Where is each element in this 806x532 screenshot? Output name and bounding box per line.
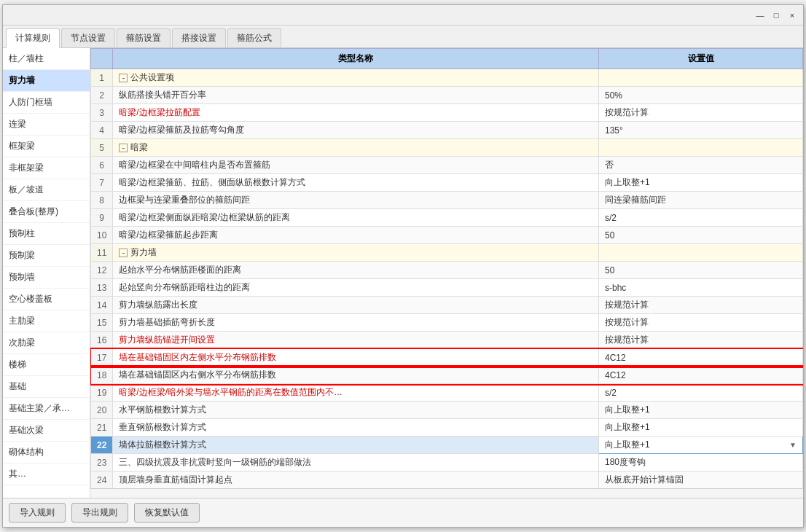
sidebar-item-13[interactable]: 次肋梁 (3, 332, 90, 354)
row-value-4: 135° (599, 122, 803, 139)
row-value-5 (599, 139, 803, 157)
table-container: 类型名称 设置值 1-公共设置项2纵筋搭接头错开百分率50%3暗梁/边框梁拉筋配… (90, 48, 803, 488)
maximize-button[interactable]: □ (771, 10, 781, 20)
sidebar-item-10[interactable]: 预制墙 (3, 267, 90, 289)
sidebar-item-7[interactable]: 叠合板(整厚) (3, 201, 90, 223)
row-value-20: 向上取整+1 (599, 402, 803, 419)
table-row-13: 13起始竖向分布钢筋距暗柱边的距离s-bhc (91, 279, 803, 297)
table-row-10: 10暗梁/边框梁箍筋起步距离50 (91, 227, 803, 244)
row-name-6[interactable]: 暗梁/边框梁在中间暗柱内是否布置箍筋 (113, 157, 599, 174)
action-bar: 导入规则导出规则恢复默认值 (3, 498, 803, 527)
sidebar-item-17[interactable]: 基础次梁 (3, 420, 90, 442)
sidebar-item-9[interactable]: 预制梁 (3, 245, 90, 267)
row-name-12[interactable]: 起始水平分布钢筋距楼面的距离 (113, 262, 599, 279)
table-row-16: 16剪力墙纵筋锚进开间设置按规范计算 (91, 332, 803, 349)
sidebar-item-4[interactable]: 框架梁 (3, 136, 90, 157)
table-row-5: 5-暗梁 (91, 139, 803, 157)
action-button-0[interactable]: 导入规则 (9, 503, 66, 523)
table-row-4: 4暗梁/边框梁箍筋及拉筋弯勾角度135° (91, 122, 803, 139)
row-num-10: 10 (91, 227, 113, 244)
row-num-6: 6 (91, 157, 113, 174)
row-num-9: 9 (91, 209, 113, 227)
row-num-2: 2 (91, 87, 113, 104)
row-name-20[interactable]: 水平钢筋根数计算方式 (113, 402, 599, 419)
table-row-15: 15剪力墙基础插筋弯折长度按规范计算 (91, 314, 803, 332)
window-controls: — □ × (755, 10, 797, 20)
table-row-21: 21垂直钢筋根数计算方式向上取整+1 (91, 419, 803, 437)
row-num-3: 3 (91, 104, 113, 122)
sidebar-item-1[interactable]: 剪力墙← (3, 70, 90, 92)
row-value-11 (599, 244, 803, 262)
row-name-5: -暗梁 (113, 139, 599, 157)
action-button-2[interactable]: 恢复默认值 (134, 503, 200, 523)
sidebar-item-15[interactable]: 基础 (3, 376, 90, 398)
row-value-24: 从板底开始计算锚固 (599, 472, 803, 489)
row-name-23[interactable]: 三、四级抗震及非抗震时竖向一级钢筋的端部做法 (113, 454, 599, 472)
row-name-8[interactable]: 边框梁与连梁重叠部位的箍筋间距 (113, 192, 599, 209)
sidebar-item-6[interactable]: 板／坡道 (3, 179, 90, 201)
table-row-14: 14剪力墙纵筋露出长度按规范计算 (91, 297, 803, 314)
row-name-17[interactable]: 墙在基础锚固区内左侧水平分布钢筋排数 (113, 349, 599, 367)
row-value-13: s-bhc (599, 279, 803, 297)
row-num-14: 14 (91, 297, 113, 314)
row-name-22[interactable]: 墙体拉筋根数计算方式 (113, 437, 599, 454)
sidebar-item-5[interactable]: 非框架梁 (3, 157, 90, 179)
sidebar-item-12[interactable]: 主肋梁 (3, 310, 90, 332)
table-row-11: 11-剪力墙 (91, 244, 803, 262)
row-num-23: 23 (91, 454, 113, 472)
main-content: 类型名称 设置值 1-公共设置项2纵筋搭接头错开百分率50%3暗梁/边框梁拉筋配… (90, 48, 803, 498)
row-value-15: 按规范计算 (599, 314, 803, 332)
close-button[interactable]: × (787, 10, 797, 20)
col-name-header: 类型名称 (113, 49, 599, 69)
row-name-7[interactable]: 暗梁/边框梁箍筋、拉筋、侧面纵筋根数计算方式 (113, 174, 599, 192)
row-name-2[interactable]: 纵筋搭接头错开百分率 (113, 87, 599, 104)
row-name-10[interactable]: 暗梁/边框梁箍筋起步距离 (113, 227, 599, 244)
sidebar-item-8[interactable]: 预制柱 (3, 223, 90, 245)
row-value-18: 4C12 (599, 367, 803, 384)
table-row-23: 23三、四级抗震及非抗震时竖向一级钢筋的端部做法180度弯钩 (91, 454, 803, 472)
row-name-1: -公共设置项 (113, 69, 599, 87)
minimize-button[interactable]: — (755, 10, 765, 20)
sidebar-item-18[interactable]: 砌体结构 (3, 442, 90, 463)
sidebar-item-11[interactable]: 空心楼盖板 (3, 289, 90, 310)
row-num-22: 22 (91, 437, 113, 454)
row-value-10: 50 (599, 227, 803, 244)
sidebar-item-2[interactable]: 人防门框墙 (3, 92, 90, 114)
tab-2[interactable]: 箍筋设置 (117, 28, 171, 47)
row-name-9[interactable]: 暗梁/边框梁侧面纵距暗梁/边框梁纵筋的距离 (113, 209, 599, 227)
row-value-2: 50% (599, 87, 803, 104)
table-row-24: 24顶层墙身垂直筋锚固计算起点从板底开始计算锚固 (91, 472, 803, 489)
main-window: — □ × 计算规则节点设置箍筋设置搭接设置箍筋公式 柱／墙柱剪力墙←人防门框墙… (2, 4, 804, 528)
row-num-15: 15 (91, 314, 113, 332)
row-name-13[interactable]: 起始竖向分布钢筋距暗柱边的距离 (113, 279, 599, 297)
sidebar-item-16[interactable]: 基础主梁／承… (3, 398, 90, 420)
row-value-14: 按规范计算 (599, 297, 803, 314)
row-name-16[interactable]: 剪力墙纵筋锚进开间设置 (113, 332, 599, 349)
tab-3[interactable]: 搭接设置 (172, 28, 226, 47)
row-num-18: 18 (91, 367, 113, 384)
table-row-1: 1-公共设置项 (91, 69, 803, 87)
row-num-1: 1 (91, 69, 113, 87)
action-button-1[interactable]: 导出规则 (71, 503, 128, 523)
table-row-17: 17墙在基础锚固区内左侧水平分布钢筋排数4C12 (91, 349, 803, 367)
row-name-15[interactable]: 剪力墙基础插筋弯折长度 (113, 314, 599, 332)
sidebar-item-19[interactable]: 其… (3, 463, 90, 485)
table-row-8: 8边框梁与连梁重叠部位的箍筋间距同连梁箍筋间距 (91, 192, 803, 209)
sidebar-item-3[interactable]: 连梁 (3, 114, 90, 136)
row-name-4[interactable]: 暗梁/边框梁箍筋及拉筋弯勾角度 (113, 122, 599, 139)
tab-1[interactable]: 节点设置 (61, 28, 115, 47)
row-name-19[interactable]: 暗梁/边框梁/暗外梁与墙水平钢筋的距离在数值范围内不… (113, 384, 599, 402)
sidebar: 柱／墙柱剪力墙←人防门框墙连梁框架梁非框架梁板／坡道叠合板(整厚)预制柱预制梁预… (3, 48, 90, 498)
settings-table: 类型名称 设置值 1-公共设置项2纵筋搭接头错开百分率50%3暗梁/边框梁拉筋配… (90, 48, 803, 488)
row-value-1 (599, 69, 803, 87)
row-name-14[interactable]: 剪力墙纵筋露出长度 (113, 297, 599, 314)
sidebar-item-0[interactable]: 柱／墙柱 (3, 48, 90, 70)
row-name-21[interactable]: 垂直钢筋根数计算方式 (113, 419, 599, 437)
row-name-18[interactable]: 墙在基础锚固区内右侧水平分布钢筋排数 (113, 367, 599, 384)
sidebar-item-14[interactable]: 楼梯 (3, 354, 90, 376)
row-name-3[interactable]: 暗梁/边框梁拉筋配置 (113, 104, 599, 122)
tab-0[interactable]: 计算规则 (6, 28, 60, 48)
row-name-24[interactable]: 顶层墙身垂直筋锚固计算起点 (113, 472, 599, 489)
tab-4[interactable]: 箍筋公式 (227, 28, 281, 47)
row-value-22[interactable]: 向上取整+1▼ (599, 437, 803, 454)
